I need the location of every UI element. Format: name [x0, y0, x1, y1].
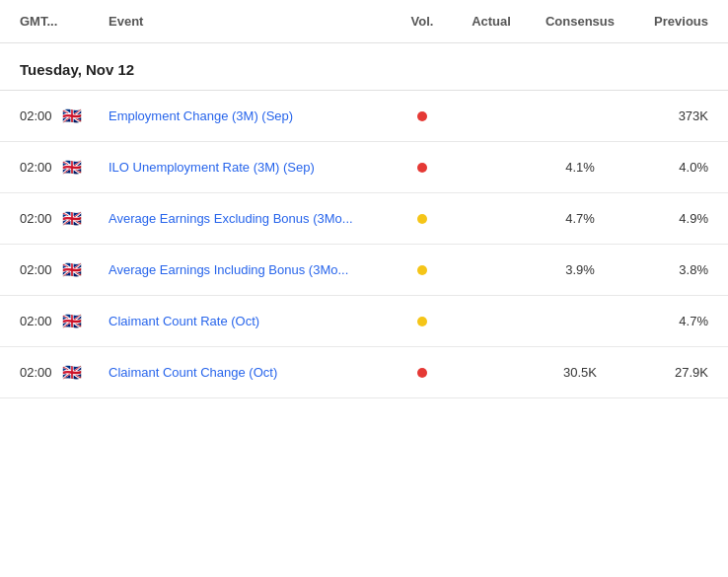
- country-flag: 🇬🇧: [62, 363, 82, 382]
- volatility-dot: [417, 111, 427, 121]
- table-row: 02:00🇬🇧Average Earnings Including Bonus …: [0, 245, 728, 296]
- volatility-dot: [417, 163, 427, 173]
- table-row: 02:00🇬🇧Claimant Count Change (Oct)30.5K2…: [0, 347, 728, 398]
- time-value: 02:00: [20, 211, 52, 226]
- volatility-indicator: [393, 265, 452, 275]
- time-value: 02:00: [20, 160, 52, 175]
- volatility-indicator: [393, 368, 452, 378]
- country-flag: 🇬🇧: [62, 260, 82, 279]
- event-name[interactable]: Average Earnings Including Bonus (3Mo...: [109, 262, 393, 277]
- header-gmt: GMT...: [20, 14, 109, 29]
- previous-value: 4.7%: [629, 314, 708, 328]
- cell-gmt: 02:00🇬🇧: [20, 209, 109, 228]
- table-body: 02:00🇬🇧Employment Change (3M) (Sep)373K0…: [0, 91, 728, 398]
- table-row: 02:00🇬🇧ILO Unemployment Rate (3M) (Sep)4…: [0, 142, 728, 193]
- economic-calendar-table: GMT... Event Vol. Actual Consensus Previ…: [0, 0, 728, 577]
- country-flag: 🇬🇧: [62, 107, 82, 125]
- time-value: 02:00: [20, 262, 52, 277]
- table-row: 02:00🇬🇧Claimant Count Rate (Oct)4.7%: [0, 296, 728, 347]
- volatility-dot: [417, 368, 427, 378]
- time-value: 02:00: [20, 108, 52, 123]
- event-name[interactable]: ILO Unemployment Rate (3M) (Sep): [109, 160, 393, 175]
- cell-gmt: 02:00🇬🇧: [20, 363, 109, 382]
- volatility-dot: [417, 317, 427, 326]
- cell-gmt: 02:00🇬🇧: [20, 158, 109, 177]
- cell-gmt: 02:00🇬🇧: [20, 260, 109, 279]
- country-flag: 🇬🇧: [62, 312, 82, 330]
- cell-gmt: 02:00🇬🇧: [20, 312, 109, 330]
- volatility-indicator: [393, 163, 452, 173]
- country-flag: 🇬🇧: [62, 209, 82, 228]
- cell-gmt: 02:00🇬🇧: [20, 107, 109, 125]
- volatility-indicator: [393, 317, 452, 326]
- consensus-value: 4.1%: [531, 160, 629, 175]
- header-actual: Actual: [452, 14, 531, 29]
- time-value: 02:00: [20, 314, 52, 328]
- event-name[interactable]: Average Earnings Excluding Bonus (3Mo...: [109, 211, 393, 226]
- previous-value: 3.8%: [629, 262, 708, 277]
- previous-value: 4.0%: [629, 160, 708, 175]
- header-previous: Previous: [629, 14, 708, 29]
- previous-value: 27.9K: [629, 365, 708, 380]
- volatility-dot: [417, 214, 427, 224]
- consensus-value: 4.7%: [531, 211, 629, 226]
- section-title: Tuesday, Nov 12: [0, 43, 728, 91]
- table-header: GMT... Event Vol. Actual Consensus Previ…: [0, 0, 728, 43]
- volatility-indicator: [393, 214, 452, 224]
- header-vol: Vol.: [393, 14, 452, 29]
- volatility-indicator: [393, 111, 452, 121]
- time-value: 02:00: [20, 365, 52, 380]
- previous-value: 373K: [629, 108, 708, 123]
- previous-value: 4.9%: [629, 211, 708, 226]
- header-consensus: Consensus: [531, 14, 629, 29]
- consensus-value: 30.5K: [531, 365, 629, 380]
- header-event: Event: [109, 14, 393, 29]
- table-row: 02:00🇬🇧Average Earnings Excluding Bonus …: [0, 193, 728, 245]
- event-name[interactable]: Claimant Count Change (Oct): [109, 365, 393, 380]
- volatility-dot: [417, 265, 427, 275]
- consensus-value: 3.9%: [531, 262, 629, 277]
- table-row: 02:00🇬🇧Employment Change (3M) (Sep)373K: [0, 91, 728, 142]
- event-name[interactable]: Employment Change (3M) (Sep): [109, 108, 393, 123]
- country-flag: 🇬🇧: [62, 158, 82, 177]
- event-name[interactable]: Claimant Count Rate (Oct): [109, 314, 393, 328]
